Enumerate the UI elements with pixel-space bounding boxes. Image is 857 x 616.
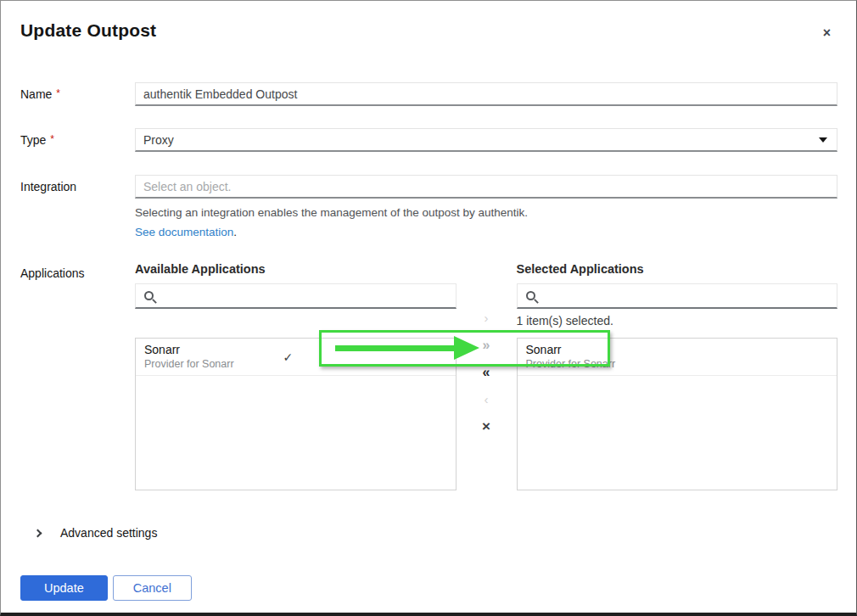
name-field-row: Name*: [20, 82, 837, 106]
transfer-controls: › » « ‹ ×: [457, 261, 517, 490]
advanced-settings-label: Advanced settings: [60, 526, 157, 540]
application-description: Provider for Sonarr: [144, 358, 234, 371]
advanced-settings-toggle[interactable]: Advanced settings: [20, 526, 837, 540]
available-applications-title: Available Applications: [135, 261, 457, 277]
list-item-text: Sonarr Provider for Sonarr: [144, 343, 234, 371]
integration-label: Integration: [20, 175, 135, 193]
available-status-spacer: [135, 314, 457, 328]
page-title: Update Outpost: [20, 20, 156, 42]
type-control: Proxy: [135, 128, 837, 152]
integration-input[interactable]: [135, 175, 837, 199]
applications-field-row: Applications Available Applications Sona…: [20, 261, 837, 490]
application-name: Sonarr: [144, 343, 234, 357]
type-select-value: Proxy: [143, 133, 174, 147]
required-asterisk: *: [56, 87, 60, 99]
search-icon: [144, 291, 154, 300]
name-label-text: Name: [20, 87, 52, 101]
see-documentation-link[interactable]: See documentation: [135, 226, 233, 238]
selected-applications-pane: Selected Applications 1 item(s) selected…: [517, 261, 838, 490]
type-label: Type*: [20, 128, 135, 147]
integration-label-text: Integration: [20, 180, 76, 193]
type-label-text: Type: [20, 133, 46, 147]
list-item-text: Sonarr Provider for Sonarr: [526, 343, 616, 371]
available-search-box: [135, 283, 457, 309]
applications-dual-list: Available Applications Sonarr Provider f…: [135, 261, 837, 490]
applications-label: Applications: [20, 261, 135, 280]
caret-down-icon: [819, 137, 827, 143]
clear-selection-button[interactable]: ×: [473, 413, 500, 440]
check-icon: ✓: [283, 350, 294, 364]
update-outpost-dialog: Update Outpost × Name* Type* Proxy Integ…: [0, 0, 857, 616]
update-button[interactable]: Update: [20, 575, 108, 601]
list-item-sonarr-available[interactable]: Sonarr Provider for Sonarr ✓: [136, 339, 456, 376]
selected-search-input[interactable]: [542, 289, 829, 303]
type-select[interactable]: Proxy: [135, 128, 837, 152]
documentation-link-suffix: .: [233, 226, 237, 238]
add-selected-button[interactable]: ›: [473, 305, 500, 332]
available-applications-pane: Available Applications Sonarr Provider f…: [135, 261, 457, 490]
dialog-actions: Update Cancel: [20, 575, 837, 601]
name-label: Name*: [20, 82, 135, 101]
add-all-button[interactable]: »: [473, 332, 500, 359]
integration-field-row: Integration Selecting an integration ena…: [20, 175, 837, 239]
chevron-right-icon: [34, 529, 42, 537]
application-description: Provider for Sonarr: [526, 358, 616, 371]
integration-control: Selecting an integration enables the man…: [135, 175, 837, 239]
remove-selected-button[interactable]: ‹: [473, 386, 500, 413]
available-applications-list: Sonarr Provider for Sonarr ✓: [135, 338, 457, 490]
selected-applications-list: Sonarr Provider for Sonarr: [517, 338, 838, 490]
documentation-line: See documentation.: [135, 225, 837, 239]
search-icon: [526, 291, 535, 300]
integration-helper-text: Selecting an integration enables the man…: [135, 205, 837, 220]
list-item-sonarr-selected[interactable]: Sonarr Provider for Sonarr: [518, 339, 837, 376]
application-name: Sonarr: [526, 343, 616, 357]
type-field-row: Type* Proxy: [20, 128, 837, 152]
required-asterisk: *: [50, 133, 54, 145]
dialog-header: Update Outpost ×: [20, 20, 837, 43]
close-icon[interactable]: ×: [816, 23, 837, 43]
name-input[interactable]: [135, 82, 837, 106]
cancel-button[interactable]: Cancel: [113, 575, 192, 601]
selected-count-status: 1 item(s) selected.: [517, 314, 838, 328]
name-control: [135, 82, 837, 106]
applications-label-text: Applications: [20, 266, 85, 280]
selected-search-box: [517, 283, 838, 309]
remove-all-button[interactable]: «: [473, 359, 500, 386]
available-search-input[interactable]: [160, 289, 447, 303]
selected-applications-title: Selected Applications: [517, 261, 838, 277]
